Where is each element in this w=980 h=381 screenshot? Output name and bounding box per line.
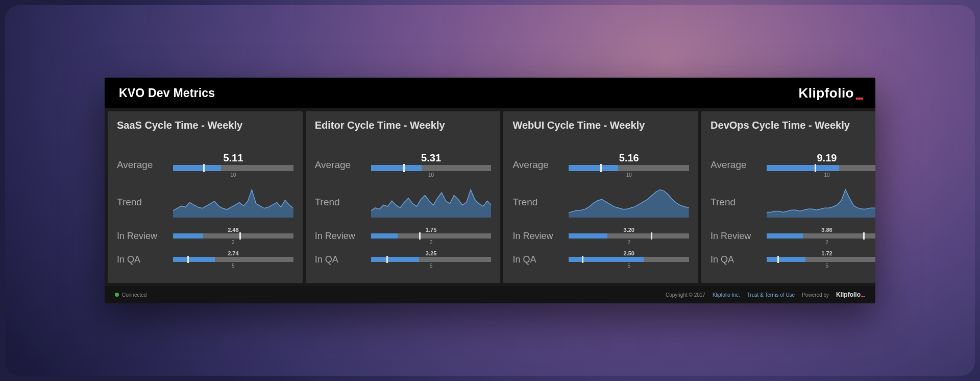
in-review-label: In Review [710, 231, 767, 242]
brand-logo-text: Klipfolio [799, 85, 854, 101]
footer-terms-link[interactable]: Trust & Terms of Use [747, 292, 795, 298]
in-qa-row: In QA 2.50 5 [512, 250, 689, 269]
brand-logo: Klipfolio [799, 85, 863, 101]
gauge-tick: 5 [173, 263, 293, 269]
footer-brand-logo: Klipfolio [836, 291, 865, 298]
status-dot-icon [115, 293, 119, 297]
gauge-marker [187, 256, 189, 263]
gauge-marker [203, 164, 205, 172]
gauge-fill [767, 257, 805, 262]
average-row: Average 5.31 10 [315, 152, 492, 178]
gauge-fill [767, 233, 803, 239]
gauge-value: 2.74 [173, 250, 293, 256]
in-review-label: In Review [315, 231, 371, 242]
gauge: 9.19 10 [767, 152, 875, 178]
metric-card: DevOps Cycle Time - Weekly Average 9.19 … [701, 111, 875, 283]
gauge: 3.20 2 [569, 227, 689, 245]
trend-sparkline [173, 187, 293, 218]
gauge-track [767, 233, 875, 239]
gauge-fill [173, 257, 215, 262]
gauge-marker [239, 232, 241, 240]
gauge-tick: 10 [767, 172, 875, 178]
status-text: Connected [122, 292, 146, 298]
gauge-marker [419, 232, 421, 240]
footer-brand-text: Klipfolio [836, 291, 861, 298]
gauge-marker [815, 164, 816, 172]
dashboard-title: KVO Dev Metrics [119, 86, 215, 100]
connection-status: Connected [115, 292, 146, 298]
gauge-marker [386, 256, 388, 263]
gauge: 5.11 10 [173, 152, 293, 178]
gauge-tick: 10 [569, 172, 689, 178]
trend-sparkline [371, 187, 492, 218]
bottom-metrics: In Review 2.48 2 In QA 2.74 5 [117, 227, 293, 274]
gauge-track [173, 233, 293, 239]
gauge: 1.72 5 [767, 250, 875, 269]
card-title: DevOps Cycle Time - Weekly [710, 118, 875, 145]
in-review-label: In Review [117, 231, 173, 242]
gauge-track [371, 257, 492, 262]
gauge: 2.74 5 [173, 250, 293, 269]
card-title: WebUI Cycle Time - Weekly [512, 118, 689, 145]
average-label: Average [117, 159, 173, 171]
trend-label: Trend [710, 197, 767, 208]
in-review-row: In Review 2.48 2 [117, 227, 293, 245]
gauge-fill [767, 165, 839, 171]
gauge-marker [777, 256, 779, 263]
gauge-tick: 2 [173, 240, 293, 245]
in-review-row: In Review 1.75 2 [315, 227, 492, 245]
bottom-metrics: In Review 3.86 2 In QA 1.72 5 [710, 227, 875, 274]
gauge-value: 5.31 [371, 152, 492, 164]
gauge-value: 5.16 [569, 152, 689, 164]
gauge: 3.86 2 [767, 227, 875, 245]
trend-sparkline [569, 187, 689, 218]
trend-label: Trend [315, 197, 371, 208]
gauge-fill [569, 233, 607, 239]
average-row: Average 5.16 10 [512, 152, 689, 178]
footer-right: Copyright © 2017 Klipfolio Inc. Trust & … [666, 291, 865, 298]
trend-sparkline [767, 187, 875, 218]
gauge-track [173, 165, 293, 171]
gauge-value: 2.50 [569, 250, 689, 256]
dashboard-header: KVO Dev Metrics Klipfolio [105, 78, 875, 108]
gauge-marker [403, 164, 405, 172]
gauge: 2.48 2 [173, 227, 293, 245]
footer-copyright: Copyright © 2017 [666, 292, 705, 298]
footer-powered-label: Powered by [802, 292, 829, 298]
gauge-tick: 2 [569, 240, 689, 245]
gauge-tick: 5 [569, 263, 689, 269]
in-qa-label: In QA [315, 254, 371, 265]
gauge: 1.75 2 [371, 227, 492, 245]
gauge-fill [371, 165, 422, 171]
gauge-fill [371, 233, 398, 239]
gauge-value: 3.25 [371, 250, 492, 256]
trend-row: Trend [117, 187, 293, 218]
trend-label: Trend [117, 197, 173, 208]
gauge-track [173, 257, 293, 262]
average-row: Average 9.19 10 [710, 152, 875, 178]
gauge-fill [569, 165, 618, 171]
footer-company-link[interactable]: Klipfolio Inc. [713, 292, 740, 298]
gauge-value: 5.11 [173, 152, 293, 164]
gauge: 5.31 10 [371, 152, 492, 178]
gauge-tick: 2 [371, 240, 492, 245]
average-row: Average 5.11 10 [117, 152, 293, 178]
metric-card: WebUI Cycle Time - Weekly Average 5.16 1… [503, 111, 698, 283]
gauge-tick: 10 [173, 172, 293, 178]
card-title: SaaS Cycle Time - Weekly [117, 118, 293, 145]
dashboard-panel: KVO Dev Metrics Klipfolio SaaS Cycle Tim… [105, 78, 875, 303]
trend-row: Trend [512, 187, 689, 218]
gauge-fill [173, 165, 221, 171]
trend-label: Trend [512, 197, 569, 208]
trend-row: Trend [710, 187, 875, 218]
page-background: KVO Dev Metrics Klipfolio SaaS Cycle Tim… [5, 5, 975, 376]
gauge-track [569, 165, 689, 171]
in-qa-row: In QA 1.72 5 [710, 250, 875, 269]
gauge-value: 2.48 [173, 227, 293, 233]
gauge-marker [863, 232, 865, 240]
gauge-value: 3.86 [767, 227, 875, 233]
in-qa-row: In QA 3.25 5 [315, 250, 492, 269]
gauge-value: 3.20 [569, 227, 689, 233]
average-label: Average [315, 159, 371, 171]
gauge-tick: 2 [767, 240, 875, 245]
